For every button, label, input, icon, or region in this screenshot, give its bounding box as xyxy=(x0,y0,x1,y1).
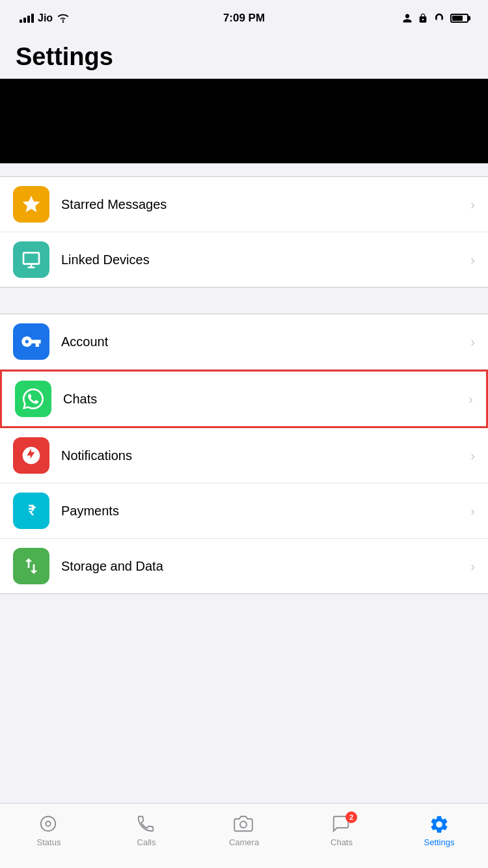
whatsapp-icon xyxy=(23,388,44,409)
carrier-label: Jio xyxy=(38,12,53,24)
linked-devices-item[interactable]: Linked Devices › xyxy=(0,232,488,287)
rupee-icon xyxy=(21,500,42,521)
tab-calls[interactable]: Calls xyxy=(98,814,195,847)
main-content: Settings Starred Messages › Linked Devic… xyxy=(0,33,488,679)
chats-badge: 2 xyxy=(346,811,357,823)
status-bar: Jio 7:09 PM xyxy=(0,0,488,33)
chats-tab-label: Chats xyxy=(331,837,353,847)
chats-icon-bg xyxy=(15,381,51,417)
notifications-item[interactable]: Notifications › xyxy=(0,428,488,483)
settings-section-2: Account › Chats › Notifications › xyxy=(0,314,488,594)
settings-section-1: Starred Messages › Linked Devices › xyxy=(0,176,488,288)
key-icon xyxy=(21,331,42,352)
svg-point-3 xyxy=(240,821,247,828)
storage-icon-bg xyxy=(13,548,49,584)
separator xyxy=(0,301,488,314)
starred-messages-label: Starred Messages xyxy=(61,197,470,212)
account-item[interactable]: Account › xyxy=(0,314,488,370)
linked-devices-icon-bg xyxy=(13,241,49,278)
chats-label: Chats xyxy=(63,392,468,407)
camera-tab-icon xyxy=(234,814,254,835)
chats-item[interactable]: Chats › xyxy=(0,370,488,428)
camera-tab-label: Camera xyxy=(229,837,259,847)
chevron-icon: › xyxy=(470,448,475,463)
signal-icon xyxy=(20,14,34,23)
headphones-icon xyxy=(433,13,445,23)
svg-point-1 xyxy=(41,817,56,832)
linked-devices-label: Linked Devices xyxy=(61,252,470,267)
arrows-icon xyxy=(21,556,42,576)
desktop-icon xyxy=(21,249,42,270)
profile-banner[interactable] xyxy=(0,79,488,163)
wifi-icon xyxy=(57,13,70,23)
status-time: 7:09 PM xyxy=(223,12,265,25)
status-left: Jio xyxy=(20,12,70,24)
chevron-icon: › xyxy=(470,197,475,212)
tab-bar: Status Calls Camera 2 Chats xyxy=(0,803,488,868)
storage-data-item[interactable]: Storage and Data › xyxy=(0,539,488,593)
chevron-icon: › xyxy=(468,392,473,407)
tab-chats[interactable]: 2 Chats xyxy=(293,814,390,847)
tab-camera[interactable]: Camera xyxy=(195,814,293,847)
chevron-icon: › xyxy=(470,252,475,267)
battery-icon xyxy=(450,14,468,23)
status-right xyxy=(402,13,468,23)
status-tab-icon xyxy=(38,814,59,835)
tab-settings[interactable]: Settings xyxy=(390,814,488,847)
svg-point-0 xyxy=(62,21,64,23)
starred-messages-item[interactable]: Starred Messages › xyxy=(0,177,488,232)
notifications-icon-bg xyxy=(13,437,49,474)
starred-messages-icon-bg xyxy=(13,186,49,223)
account-icon-bg xyxy=(13,323,49,360)
person-icon xyxy=(402,13,413,23)
page-title-section: Settings xyxy=(0,33,488,79)
chevron-icon: › xyxy=(470,334,475,349)
page-title: Settings xyxy=(16,43,472,71)
storage-data-label: Storage and Data xyxy=(61,559,470,574)
bell-icon xyxy=(21,445,42,466)
payments-label: Payments xyxy=(61,504,470,519)
notifications-label: Notifications xyxy=(61,448,470,463)
status-tab-label: Status xyxy=(37,837,61,847)
calls-tab-label: Calls xyxy=(137,837,156,847)
svg-point-2 xyxy=(46,821,51,826)
payments-icon-bg xyxy=(13,493,49,529)
tab-status[interactable]: Status xyxy=(0,814,98,847)
star-icon xyxy=(21,194,42,215)
payments-item[interactable]: Payments › xyxy=(0,483,488,539)
account-label: Account xyxy=(61,334,470,349)
settings-tab-label: Settings xyxy=(424,837,455,847)
chevron-icon: › xyxy=(470,504,475,519)
chevron-icon: › xyxy=(470,559,475,574)
settings-tab-icon xyxy=(429,814,450,835)
calls-tab-icon xyxy=(136,814,157,835)
lock-icon xyxy=(418,13,428,23)
chats-tab-icon: 2 xyxy=(331,814,352,835)
